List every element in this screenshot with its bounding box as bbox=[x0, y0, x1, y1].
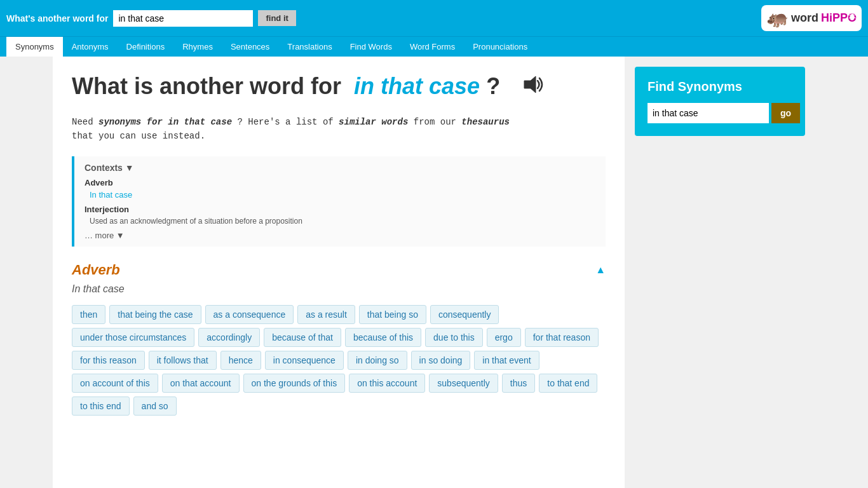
more-link[interactable]: … more ▼ bbox=[85, 231, 595, 240]
tab-word-forms[interactable]: Word Forms bbox=[401, 37, 464, 57]
tab-synonyms[interactable]: Synonyms bbox=[6, 37, 63, 57]
find-synonyms-box: Find Synonyms go bbox=[635, 67, 805, 136]
word-tags: thenthat being the caseas a consequencea… bbox=[72, 305, 606, 416]
page-title: What is another word for in that case ? bbox=[72, 72, 606, 105]
speaker-icon[interactable] bbox=[519, 72, 545, 105]
find-it-button[interactable]: find it bbox=[258, 10, 295, 26]
find-synonyms-form: go bbox=[648, 103, 792, 123]
word-tag[interactable]: for this reason bbox=[72, 351, 145, 370]
word-tag[interactable]: thus bbox=[502, 374, 535, 393]
word-tag[interactable]: to this end bbox=[72, 396, 130, 416]
go-button[interactable]: go bbox=[771, 103, 800, 123]
top-search-input[interactable] bbox=[113, 10, 253, 27]
word-tag[interactable]: that being so bbox=[359, 305, 426, 324]
word-tag[interactable]: on that account bbox=[162, 374, 240, 393]
word-tag[interactable]: ergo bbox=[487, 328, 521, 347]
context-desc-interjection: Used as an acknowledgment of a situation… bbox=[85, 217, 595, 226]
description: Need synonyms for in that case ? Here's … bbox=[72, 115, 606, 144]
word-tag[interactable]: for that reason bbox=[525, 328, 599, 347]
tab-sentences[interactable]: Sentences bbox=[222, 37, 278, 57]
contexts-box: Contexts ▼ Adverb In that case Interject… bbox=[72, 156, 606, 247]
word-tag[interactable]: as a result bbox=[297, 305, 355, 324]
context-type-adverb: Adverb bbox=[85, 178, 595, 187]
word-tag[interactable]: accordingly bbox=[198, 328, 260, 347]
word-tag[interactable]: in doing so bbox=[348, 351, 407, 370]
contexts-header[interactable]: Contexts ▼ bbox=[85, 163, 134, 173]
tab-pronunciations[interactable]: Pronunciations bbox=[464, 37, 536, 57]
svg-marker-0 bbox=[524, 76, 536, 93]
word-tag[interactable]: and so bbox=[133, 396, 177, 416]
adverb-subtitle: In that case bbox=[72, 283, 606, 295]
tab-translations[interactable]: Translations bbox=[278, 37, 341, 57]
adverb-title: Adverb bbox=[72, 262, 120, 278]
adverb-section-header: Adverb ▲ bbox=[72, 262, 606, 278]
title-prefix: What is another word for bbox=[72, 73, 341, 99]
hippo-icon: 🦛 bbox=[766, 8, 789, 29]
context-type-interjection: Interjection bbox=[85, 205, 595, 214]
tab-antonyms[interactable]: Antonyms bbox=[63, 37, 118, 57]
context-link-adverb[interactable]: In that case bbox=[85, 190, 595, 200]
word-tag[interactable]: on this account bbox=[349, 374, 425, 393]
word-tag[interactable]: subsequently bbox=[429, 374, 498, 393]
logo-word: word bbox=[791, 11, 818, 25]
search-label: What's another word for bbox=[6, 13, 108, 24]
tab-find-words[interactable]: Find Words bbox=[341, 37, 401, 57]
content-area: What is another word for in that case ? … bbox=[53, 57, 625, 488]
word-tag[interactable]: because of that bbox=[264, 328, 341, 347]
word-tag[interactable]: in that event bbox=[474, 351, 539, 370]
word-tag[interactable]: hence bbox=[220, 351, 261, 370]
title-highlight: in that case bbox=[348, 73, 486, 99]
word-tag[interactable]: on account of this bbox=[72, 374, 158, 393]
word-tag[interactable]: that being the case bbox=[109, 305, 201, 324]
right-sidebar: Find Synonyms go bbox=[625, 57, 815, 488]
collapse-arrow[interactable]: ▲ bbox=[595, 264, 606, 276]
find-synonyms-title: Find Synonyms bbox=[648, 79, 792, 94]
top-bar: What's another word for find it 🦛 word H… bbox=[0, 0, 868, 36]
nav-tabs: Synonyms Antonyms Definitions Rhymes Sen… bbox=[0, 36, 868, 57]
synonyms-input[interactable] bbox=[648, 103, 769, 123]
tab-rhymes[interactable]: Rhymes bbox=[173, 37, 222, 57]
star-icon[interactable]: ✳ bbox=[847, 8, 858, 23]
word-tag[interactable]: under those circumstances bbox=[72, 328, 194, 347]
word-tag[interactable]: to that end bbox=[539, 374, 597, 393]
word-tag[interactable]: in so doing bbox=[411, 351, 471, 370]
word-tag[interactable]: it follows that bbox=[149, 351, 217, 370]
tab-definitions[interactable]: Definitions bbox=[118, 37, 174, 57]
word-tag[interactable]: then bbox=[72, 305, 105, 324]
word-tag[interactable]: because of this bbox=[345, 328, 421, 347]
title-suffix: ? bbox=[486, 73, 500, 99]
word-tag[interactable]: as a consequence bbox=[205, 305, 294, 324]
word-tag[interactable]: due to this bbox=[425, 328, 483, 347]
word-tag[interactable]: on the grounds of this bbox=[243, 374, 346, 393]
word-tag[interactable]: in consequence bbox=[265, 351, 344, 370]
main-layout: What is another word for in that case ? … bbox=[53, 57, 815, 488]
word-tag[interactable]: consequently bbox=[430, 305, 499, 324]
